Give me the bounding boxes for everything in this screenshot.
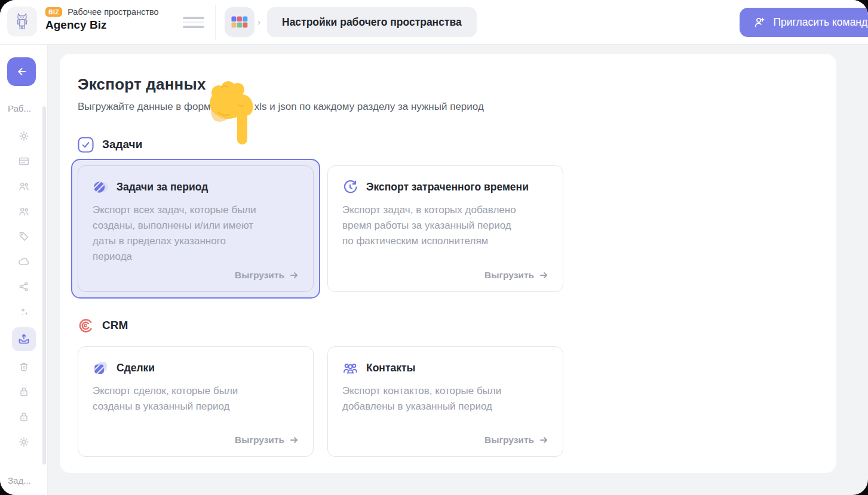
export-action-label: Выгрузить (484, 270, 534, 281)
apps-grid-icon[interactable] (225, 7, 254, 37)
people-group-icon (342, 360, 358, 376)
arrow-right-icon (289, 435, 299, 445)
arrow-right-icon (539, 435, 548, 445)
teams-icon (17, 205, 30, 218)
invite-team-button[interactable]: Пригласить команду (740, 8, 868, 37)
section-header-tasks: Задачи (78, 137, 818, 152)
card-contacts[interactable]: Контакты Экспорт контактов, которые были… (327, 346, 563, 457)
page-title: Экспорт данных (78, 75, 818, 94)
sidebar-item-trash[interactable] (12, 357, 36, 376)
export-settings-panel: Экспорт данных Выгружайте данные в форма… (60, 54, 836, 473)
check-square-icon (78, 137, 94, 153)
cloud-icon (17, 255, 30, 268)
card-deals[interactable]: Сделки Экспорт сделок, которые были созд… (78, 346, 314, 457)
sidebar: Раб... (0, 45, 48, 495)
header-divider (215, 5, 216, 40)
sidebar-section-label-bottom: Зад... (8, 475, 31, 485)
striped-square-icon (93, 360, 109, 376)
plan-badge: BIZ (45, 7, 62, 17)
time-refresh-icon (342, 179, 358, 195)
integrations-icon (17, 280, 30, 293)
section-label: Задачи (102, 138, 142, 151)
cat-logo-icon (12, 11, 32, 32)
export-action-label: Выгрузить (484, 435, 534, 445)
settings-gear-icon (17, 130, 30, 143)
arrow-right-icon (289, 270, 299, 280)
lock-icon (17, 410, 30, 423)
arrow-left-icon (15, 65, 28, 78)
sidebar-item-tags[interactable] (12, 227, 36, 246)
export-action-label: Выгрузить (235, 270, 284, 281)
top-bar: BIZ Рабочее пространство Agency Biz › На… (0, 0, 868, 45)
sidebar-item-billing[interactable] (12, 152, 36, 171)
tasks-cards-row: Задачи за период Экспорт всех задач, кот… (78, 165, 818, 292)
breadcrumb-chevron-icon: › (257, 17, 260, 27)
card-tasks-period[interactable]: Задачи за период Экспорт всех задач, кот… (78, 165, 314, 292)
card-title: Контакты (366, 362, 416, 374)
billing-card-icon (17, 155, 30, 168)
card-title: Сделки (116, 362, 155, 374)
ai-sparkles-icon (17, 305, 30, 318)
sidebar-icon-list (0, 127, 47, 451)
arrow-right-icon (539, 270, 548, 280)
card-title: Задачи за период (116, 181, 208, 193)
striped-circle-icon (93, 179, 109, 195)
card-description: Экспорт контактов, которые были добавлен… (342, 383, 517, 414)
crm-spiral-icon (78, 318, 94, 334)
card-title: Экспорт затраченного времени (366, 181, 529, 193)
card-description: Экспорт сделок, которые были созданы в у… (93, 383, 267, 414)
lock-icon (17, 385, 30, 398)
invite-team-label: Пригласить команду (773, 16, 868, 29)
section-header-crm: CRM (78, 318, 818, 333)
breadcrumb-title: Настройки рабочего пространства (282, 16, 462, 29)
sidebar-item-permissions[interactable] (12, 407, 36, 426)
workspace-meta: BIZ Рабочее пространство Agency Biz (45, 7, 159, 32)
sidebar-scrollbar[interactable] (42, 106, 46, 465)
sidebar-item-privacy[interactable] (12, 382, 36, 401)
app-window: BIZ Рабочее пространство Agency Biz › На… (0, 0, 868, 495)
sidebar-item-ai[interactable] (12, 302, 36, 321)
workspace-name: Agency Biz (45, 19, 159, 32)
export-action-label: Выгрузить (235, 435, 284, 445)
sidebar-item-advanced[interactable] (12, 432, 36, 451)
back-button[interactable] (7, 57, 36, 86)
export-action-button[interactable]: Выгрузить (235, 270, 299, 281)
workspace-logo[interactable] (7, 7, 37, 36)
sidebar-item-cloud[interactable] (12, 252, 36, 271)
selected-card-ring[interactable]: Задачи за период Экспорт всех задач, кот… (71, 159, 320, 299)
workspace-type-label: Рабочее пространство (68, 7, 159, 17)
sidebar-item-export[interactable] (12, 327, 36, 351)
card-description: Экспорт задач, в которых добавлено время… (342, 202, 517, 249)
sidebar-item-teams[interactable] (12, 202, 36, 221)
tags-icon (17, 230, 30, 243)
export-action-button[interactable]: Выгрузить (235, 435, 299, 445)
trash-icon (17, 360, 30, 373)
export-action-button[interactable]: Выгрузить (484, 270, 548, 281)
members-icon (17, 180, 30, 193)
section-label: CRM (102, 319, 128, 332)
card-time-export[interactable]: Экспорт затраченного времени Экспорт зад… (327, 165, 563, 292)
breadcrumb[interactable]: Настройки рабочего пространства (267, 7, 477, 37)
user-plus-icon (753, 16, 766, 29)
card-description: Экспорт всех задач, которые были созданы… (93, 202, 267, 265)
export-icon (17, 333, 30, 346)
gear-icon (17, 435, 30, 448)
sidebar-item-settings[interactable] (12, 127, 36, 146)
sidebar-item-members[interactable] (12, 177, 36, 196)
export-action-button[interactable]: Выгрузить (484, 435, 548, 445)
page-subtitle: Выгружайте данные в форматах csv, xls и … (78, 101, 818, 113)
sidebar-section-label-top: Раб... (8, 103, 31, 113)
hamburger-icon[interactable] (183, 17, 204, 28)
sidebar-item-integrations[interactable] (12, 277, 36, 296)
crm-cards-row: Сделки Экспорт сделок, которые были созд… (78, 346, 818, 457)
